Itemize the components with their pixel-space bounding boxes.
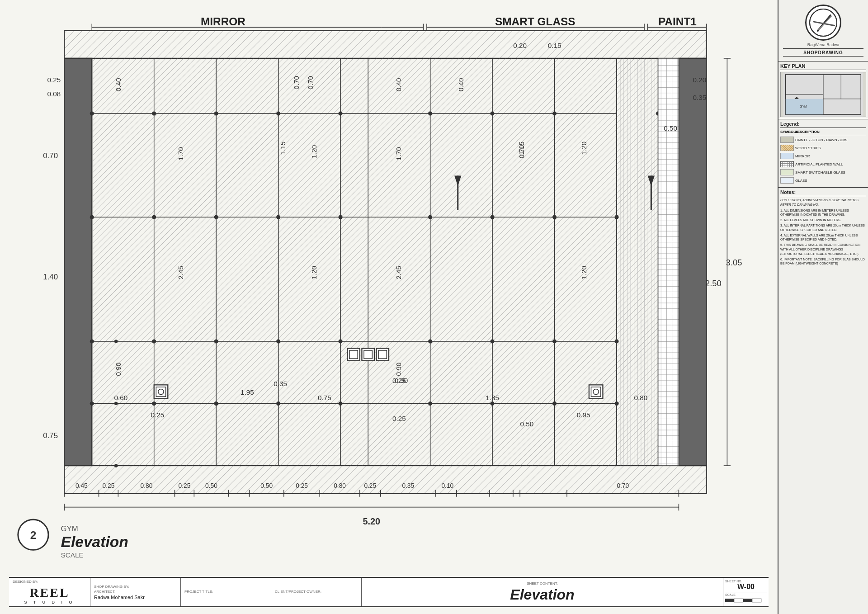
svg-point-31 [214,112,218,116]
svg-text:0.50: 0.50 [205,482,217,489]
client-cell: CLIENT/PROJECT OWNER: [271,578,362,606]
svg-text:1.70: 1.70 [395,147,402,161]
svg-text:0.35: 0.35 [402,482,414,489]
svg-point-56 [276,401,280,406]
svg-point-36 [552,112,557,116]
legend-header: SYMBOLS DESCRIPTION [780,130,866,135]
svg-point-46 [152,340,156,344]
svg-text:0.50: 0.50 [664,124,677,132]
legend-label-wood: WOOD STRIPS [795,146,866,150]
sheet-content-cell: SHEET CONTENT: Elevation [362,578,723,606]
svg-text:1.40: 1.40 [43,273,58,281]
svg-text:0.70: 0.70 [617,482,629,489]
legend-label-smart: SMART SWITCHABLE GLASS [795,170,866,175]
brand-name: RagWena Radwa [783,43,863,47]
legend-row-mirror: MIRROR [780,153,866,159]
legend-row-wood: WOOD STRIPS [780,145,866,151]
svg-text:0.80: 0.80 [334,482,346,489]
svg-text:0.80: 0.80 [634,394,648,401]
title-block: DESIGNED BY: REEL S T U D I O Shop Drawi… [9,577,769,607]
note-item-1: 1. ALL DIMENSIONS ARE IN METERS UNLESS O… [780,208,866,217]
legend-section: Legend: SYMBOLS DESCRIPTION PAINT1 - JOT… [778,119,868,188]
svg-text:2.50: 2.50 [705,279,722,288]
svg-point-45 [90,340,94,344]
svg-text:1.20: 1.20 [310,145,318,159]
legend-symbol-mirror [780,153,794,159]
main-container: MIRROR SMART GLASS PAINT1 0.25 0.08 0.70 [0,0,868,614]
svg-text:0.75: 0.75 [318,394,331,401]
project-title-cell: PROJECT TITLE: [181,578,271,606]
svg-point-49 [339,340,343,344]
svg-point-30 [152,112,156,116]
svg-point-29 [90,112,94,116]
svg-text:1.20: 1.20 [310,266,318,279]
sheet-no-label: SHEET NO. [725,580,767,583]
svg-text:0.25: 0.25 [179,482,191,489]
svg-rect-187 [743,599,752,602]
svg-text:0.15: 0.15 [548,42,561,49]
elevation-svg: MIRROR SMART GLASS PAINT1 0.25 0.08 0.70 [9,9,769,577]
svg-text:0.80: 0.80 [141,482,153,489]
svg-text:0.50: 0.50 [260,482,273,489]
legend-col-symbols: SYMBOLS [780,130,794,134]
notes-section: Notes: FOR LEGEND, ABBREVIATIONS & GENER… [778,188,868,614]
svg-point-63 [114,464,118,468]
svg-point-55 [214,401,218,406]
svg-point-34 [428,112,432,116]
svg-text:0.90: 0.90 [114,363,122,376]
svg-point-48 [276,340,280,344]
svg-text:0.25: 0.25 [364,482,376,489]
svg-text:0.40: 0.40 [395,78,402,91]
svg-text:0.35: 0.35 [274,380,287,387]
legend-row-planted: ARTIFICIAL PLANTED WALL [780,161,866,167]
svg-point-57 [339,401,343,406]
svg-text:0.70: 0.70 [292,76,300,90]
svg-rect-7 [64,466,706,493]
sheet-no-cell: SHEET NO. W-00 SCALE [723,578,769,606]
svg-text:0.50: 0.50 [520,420,534,428]
designed-by-cell: DESIGNED BY: REEL S T U D I O [9,578,90,606]
scale-label: SCALE [725,593,767,596]
svg-rect-188 [752,599,761,602]
svg-text:GYM: GYM [800,105,807,108]
svg-text:0.45: 0.45 [75,482,88,489]
svg-point-54 [152,401,156,406]
svg-text:0.25: 0.25 [392,415,406,422]
shop-drawing-label: SHOPDRAWING [783,48,863,57]
legend-symbol-glass [780,177,794,184]
svg-point-41 [339,215,343,219]
svg-text:1.20: 1.20 [580,142,588,155]
shop-drawing-cell: Shop Drawing BY: ARCHITECT: Radwa Mohame… [90,578,181,606]
note-item-5: 5. THIS DRAWING SHALL BE READ IN CONJUNC… [780,243,866,256]
svg-point-32 [276,112,280,116]
svg-text:0.70: 0.70 [518,145,525,159]
svg-text:GYM: GYM [61,524,78,533]
svg-point-35 [491,112,495,116]
shop-drawing-by-label: Shop Drawing BY: [94,585,177,589]
svg-text:2: 2 [30,529,37,541]
svg-point-59 [491,401,495,406]
svg-text:1.85: 1.85 [486,394,499,401]
notes-title: Notes: [780,189,866,196]
svg-text:1.20: 1.20 [580,266,588,279]
svg-rect-8 [64,58,92,466]
svg-point-53 [90,401,94,406]
svg-text:0.90: 0.90 [395,363,402,376]
key-plan-section: KEY PLAN GYM [778,61,868,119]
svg-text:0.90: 0.90 [395,377,408,384]
svg-text:0.25: 0.25 [103,482,115,489]
svg-text:0.95: 0.95 [577,411,590,419]
svg-point-43 [491,215,495,219]
legend-label-planted: ARTIFICIAL PLANTED WALL [795,162,866,166]
svg-text:2.45: 2.45 [395,266,402,279]
designed-by-label: DESIGNED BY: [13,580,86,584]
elevation-title: Elevation [510,586,574,603]
svg-text:0.75: 0.75 [43,431,58,440]
svg-point-61 [114,340,118,343]
logo-circle [805,5,841,41]
svg-text:MIRROR: MIRROR [201,15,245,28]
svg-text:Elevation: Elevation [61,534,128,550]
svg-rect-185 [725,599,734,602]
svg-text:0.25: 0.25 [151,411,165,419]
legend-title: Legend: [780,121,866,128]
